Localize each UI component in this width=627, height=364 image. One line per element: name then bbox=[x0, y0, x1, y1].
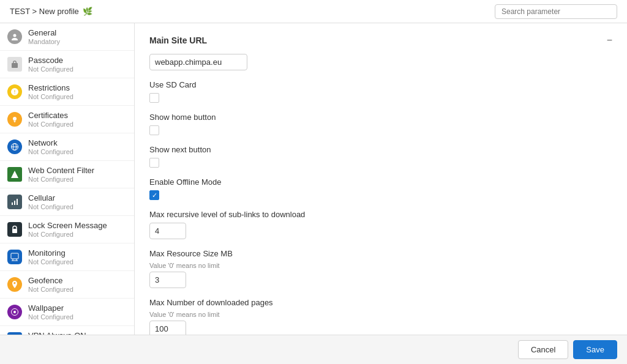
lockscreen-sublabel: Not Configured bbox=[28, 231, 107, 238]
show_home_button-checkbox[interactable] bbox=[149, 125, 159, 135]
cancel-button[interactable]: Cancel bbox=[518, 340, 568, 359]
geofence-icon bbox=[7, 277, 22, 292]
svg-point-0 bbox=[13, 34, 17, 37]
passcode-label: Passcode bbox=[28, 56, 73, 65]
max_resource_size-input[interactable] bbox=[149, 272, 186, 288]
passcode-sublabel: Not Configured bbox=[28, 65, 73, 73]
max_downloaded_pages-label: Max Number of downloaded pages bbox=[149, 298, 612, 307]
svg-rect-10 bbox=[11, 253, 18, 259]
network-icon bbox=[7, 139, 22, 154]
max_downloaded_pages-sublabel: Value '0' means no limit bbox=[149, 311, 612, 318]
wallpaper-sublabel: Not Configured bbox=[28, 313, 73, 321]
certificates-icon bbox=[7, 112, 22, 127]
general-icon bbox=[7, 29, 22, 44]
sidebar-item-network[interactable]: NetworkNot Configured bbox=[0, 133, 134, 161]
footer: Cancel Save bbox=[0, 335, 627, 364]
max_resource_size-group: Max Resource Size MBValue '0' means no l… bbox=[149, 249, 612, 288]
webcontent-icon bbox=[7, 167, 22, 182]
lockscreen-icon bbox=[7, 222, 22, 237]
sidebar-item-geofence[interactable]: GeofenceNot Configured bbox=[0, 271, 134, 299]
sidebar-item-wallpaper[interactable]: WallpaperNot Configured bbox=[0, 299, 134, 326]
header: TEST > New profile 🌿 bbox=[0, 0, 627, 23]
header-title: TEST > New profile 🌿 bbox=[10, 7, 92, 16]
max_resource_size-sublabel: Value '0' means no limit bbox=[149, 262, 612, 269]
use_sd_card-checkbox[interactable] bbox=[149, 93, 159, 103]
main-layout: GeneralMandatoryPasscodeNot ConfiguredRe… bbox=[0, 23, 627, 335]
webcontent-sublabel: Not Configured bbox=[28, 176, 94, 183]
use_sd_card-label: Use SD Card bbox=[149, 80, 612, 89]
sidebar-item-restrictions[interactable]: RestrictionsNot Configured bbox=[0, 78, 134, 106]
sidebar-item-webcontent[interactable]: Web Content FilterNot Configured bbox=[0, 161, 134, 188]
webcontent-label: Web Content Filter bbox=[28, 166, 94, 175]
wallpaper-icon bbox=[7, 305, 22, 319]
content-area: Main Site URL − Use SD CardShow home but… bbox=[135, 23, 627, 335]
max_recursive_level-label: Max recursive level of sub-links to down… bbox=[149, 210, 612, 219]
save-button[interactable]: Save bbox=[573, 340, 617, 359]
search-input[interactable] bbox=[495, 4, 617, 19]
geofence-sublabel: Not Configured bbox=[28, 286, 73, 293]
restrictions-label: Restrictions bbox=[28, 83, 73, 92]
show_next_button-label: Show next button bbox=[149, 145, 612, 154]
svg-point-15 bbox=[13, 311, 16, 313]
max_recursive_level-input[interactable] bbox=[149, 223, 186, 239]
network-sublabel: Not Configured bbox=[28, 148, 73, 155]
svg-rect-9 bbox=[12, 229, 17, 233]
sidebar-item-monitoring[interactable]: MonitoringNot Configured bbox=[0, 243, 134, 271]
show_home_button-group: Show home button bbox=[149, 113, 612, 135]
cellular-icon bbox=[7, 195, 22, 209]
cellular-label: Cellular bbox=[28, 193, 73, 202]
max_recursive_level-group: Max recursive level of sub-links to down… bbox=[149, 210, 612, 239]
enable_offline_mode-checkbox[interactable]: ✓ bbox=[149, 190, 159, 200]
breadcrumb-title: TEST > New profile bbox=[10, 7, 79, 16]
wallpaper-label: Wallpaper bbox=[28, 303, 73, 313]
svg-rect-8 bbox=[17, 199, 18, 205]
restrictions-sublabel: Not Configured bbox=[28, 93, 73, 100]
certificates-label: Certificates bbox=[28, 111, 73, 120]
monitoring-label: Monitoring bbox=[28, 248, 73, 258]
max_resource_size-label: Max Resource Size MB bbox=[149, 249, 612, 258]
sidebar-item-vpn[interactable]: VPNVPN Always-ONNot Configured bbox=[0, 326, 134, 335]
app-container: TEST > New profile 🌿 GeneralMandatoryPas… bbox=[0, 0, 627, 364]
sidebar: GeneralMandatoryPasscodeNot ConfiguredRe… bbox=[0, 23, 135, 335]
max_downloaded_pages-group: Max Number of downloaded pagesValue '0' … bbox=[149, 298, 612, 335]
geofence-label: Geofence bbox=[28, 276, 73, 285]
lockscreen-label: Lock Screen Message bbox=[28, 221, 107, 230]
sidebar-item-certificates[interactable]: CertificatesNot Configured bbox=[0, 106, 134, 133]
use_sd_card-group: Use SD Card bbox=[149, 80, 612, 103]
main-site-url-group bbox=[149, 54, 612, 70]
section-header: Main Site URL − bbox=[149, 35, 612, 45]
monitoring-icon bbox=[7, 250, 22, 264]
section-title: Main Site URL bbox=[149, 35, 207, 45]
monitoring-sublabel: Not Configured bbox=[28, 258, 73, 266]
sidebar-item-general[interactable]: GeneralMandatory bbox=[0, 23, 134, 51]
fields-container: Use SD CardShow home buttonShow next but… bbox=[149, 80, 612, 335]
network-label: Network bbox=[28, 138, 73, 147]
passcode-icon bbox=[7, 57, 22, 72]
svg-rect-7 bbox=[14, 201, 15, 205]
main-site-url-input[interactable] bbox=[149, 54, 247, 70]
restrictions-icon bbox=[7, 84, 22, 99]
max_downloaded_pages-input[interactable] bbox=[149, 321, 186, 335]
show_home_button-label: Show home button bbox=[149, 113, 612, 122]
general-sublabel: Mandatory bbox=[28, 38, 60, 45]
collapse-button[interactable]: − bbox=[607, 35, 612, 45]
general-label: General bbox=[28, 28, 60, 37]
sidebar-item-passcode[interactable]: PasscodeNot Configured bbox=[0, 51, 134, 78]
svg-rect-6 bbox=[12, 202, 13, 205]
enable_offline_mode-group: Enable Offline Mode✓ bbox=[149, 177, 612, 200]
show_next_button-checkbox[interactable] bbox=[149, 158, 159, 168]
cellular-sublabel: Not Configured bbox=[28, 203, 73, 210]
enable_offline_mode-label: Enable Offline Mode bbox=[149, 177, 612, 187]
svg-point-1 bbox=[13, 117, 17, 121]
sidebar-item-cellular[interactable]: CellularNot Configured bbox=[0, 188, 134, 216]
leaf-icon: 🌿 bbox=[83, 7, 92, 16]
certificates-sublabel: Not Configured bbox=[28, 121, 73, 128]
svg-marker-5 bbox=[11, 171, 18, 178]
show_next_button-group: Show next button bbox=[149, 145, 612, 168]
sidebar-item-lockscreen[interactable]: Lock Screen MessageNot Configured bbox=[0, 216, 134, 243]
